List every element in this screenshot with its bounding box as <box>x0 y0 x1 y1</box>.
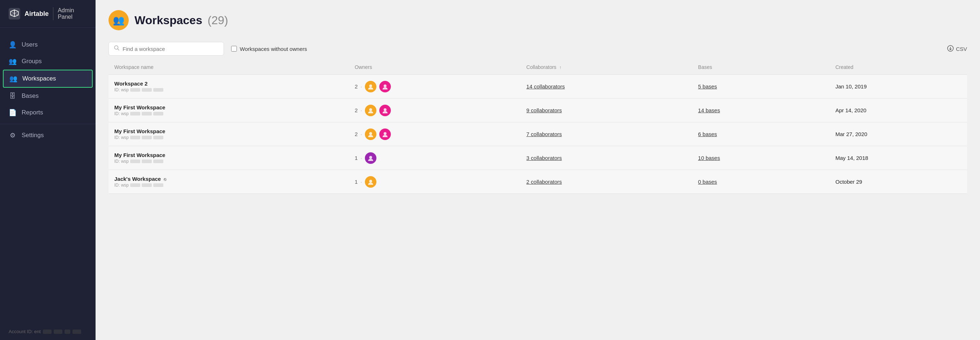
collaborators-cell[interactable]: 3 collaborators <box>521 146 692 170</box>
airtable-logo <box>9 7 20 20</box>
workspace-name-text[interactable]: My First Workspace <box>114 104 343 110</box>
avatar <box>379 81 391 93</box>
owners-cell: 1 · <box>349 170 521 194</box>
collaborators-link[interactable]: 3 collaborators <box>527 155 562 161</box>
bases-cell[interactable]: 10 bases <box>692 146 830 170</box>
table-header-row: Workspace name Owners Collaborators ↑ Ba… <box>108 60 967 75</box>
collaborators-cell[interactable]: 7 collaborators <box>521 122 692 146</box>
sidebar-item-label: Bases <box>22 93 38 100</box>
main-content: 👥 Workspaces (29) Workspaces without own… <box>95 0 980 340</box>
page-title-text: Workspaces <box>135 14 202 27</box>
collaborators-cell[interactable]: 2 collaborators <box>521 170 692 194</box>
page-header: 👥 Workspaces (29) <box>95 0 980 38</box>
avatar <box>379 105 391 116</box>
account-id-value2 <box>54 330 62 334</box>
owner-count: 1 <box>355 155 358 161</box>
workspace-name-text[interactable]: My First Workspace <box>114 152 343 158</box>
id-blur-3 <box>153 88 163 92</box>
owner-count: 1 <box>355 179 358 185</box>
sidebar-item-reports[interactable]: 📄 Reports <box>0 104 95 121</box>
bases-cell[interactable]: 14 bases <box>692 99 830 122</box>
csv-icon <box>947 45 954 53</box>
created-cell: Apr 14, 2020 <box>830 99 967 122</box>
bases-icon: 🗄 <box>9 92 17 100</box>
id-blur-2 <box>142 184 152 187</box>
avatar <box>365 81 376 93</box>
workspace-name-cell: Jack's Workspace ⎋ ID: wsp <box>108 170 349 194</box>
col-header-owners: Owners <box>349 60 521 75</box>
created-cell: Jan 10, 2019 <box>830 75 967 99</box>
admin-panel-label: Admin Panel <box>53 7 87 20</box>
account-id: Account ID: ent <box>0 323 95 340</box>
bases-cell[interactable]: 5 bases <box>692 75 830 99</box>
workspace-name-text[interactable]: Jack's Workspace ⎋ <box>114 176 343 182</box>
id-blur-1 <box>130 184 140 187</box>
col-header-collaborators[interactable]: Collaborators ↑ <box>521 60 692 75</box>
bases-link[interactable]: 5 bases <box>698 83 717 89</box>
id-blur-3 <box>153 160 163 163</box>
col-header-bases: Bases <box>692 60 830 75</box>
owners-count-cell: 2 · <box>355 105 515 116</box>
owner-count: 2 <box>355 107 358 113</box>
bases-link[interactable]: 14 bases <box>698 107 720 113</box>
workspace-name-text[interactable]: Workspace 2 <box>114 80 343 87</box>
svg-point-13 <box>369 132 372 135</box>
id-blur-1 <box>130 160 140 163</box>
owners-count-cell: 1 · <box>355 176 515 188</box>
owner-count: 2 <box>355 83 358 89</box>
workspace-id: ID: wsp <box>114 87 343 93</box>
workspaces-icon: 👥 <box>10 75 17 83</box>
toolbar: Workspaces without owners CSV <box>95 38 980 60</box>
search-input[interactable] <box>123 46 218 52</box>
page-icon: 👥 <box>108 10 129 30</box>
workspace-name-text[interactable]: My First Workspace <box>114 128 343 134</box>
page-icon-emoji: 👥 <box>113 15 124 26</box>
sidebar-item-users[interactable]: 👤 Users <box>0 37 95 53</box>
sidebar-item-label: Groups <box>22 58 42 65</box>
sidebar-item-label: Users <box>22 41 38 48</box>
id-prefix: ID: wsp <box>114 159 129 164</box>
owners-cell: 2 · <box>349 122 521 146</box>
workspace-name-cell: My First Workspace ID: wsp <box>108 122 349 146</box>
owners-count-cell: 2 · <box>355 81 515 93</box>
collaborators-cell[interactable]: 9 collaborators <box>521 99 692 122</box>
bases-link[interactable]: 6 bases <box>698 131 717 137</box>
collaborators-link[interactable]: 14 collaborators <box>527 83 565 89</box>
bases-link[interactable]: 0 bases <box>698 179 717 185</box>
id-blur-1 <box>130 88 140 92</box>
filter-checkbox[interactable] <box>231 46 237 52</box>
bases-link[interactable]: 10 bases <box>698 155 720 161</box>
csv-button[interactable]: CSV <box>947 45 967 53</box>
bases-cell[interactable]: 6 bases <box>692 122 830 146</box>
owners-count-cell: 1 · <box>355 152 515 164</box>
page-title-count: (29) <box>208 14 228 27</box>
owner-count: 2 <box>355 131 358 137</box>
id-blur-1 <box>130 136 140 139</box>
created-cell: Mar 27, 2020 <box>830 122 967 146</box>
svg-point-14 <box>383 132 387 135</box>
svg-point-16 <box>369 180 372 183</box>
logo-text: Airtable <box>24 10 49 18</box>
sidebar-item-settings[interactable]: ⚙ Settings <box>0 127 95 144</box>
created-cell: May 14, 2018 <box>830 146 967 170</box>
account-id-label: Account ID: ent <box>9 329 41 334</box>
collaborators-link[interactable]: 9 collaborators <box>527 107 562 113</box>
sidebar-divider <box>0 124 95 124</box>
id-blur-3 <box>153 136 163 139</box>
workspace-id: ID: wsp <box>114 111 343 116</box>
sidebar-item-groups[interactable]: 👥 Groups <box>0 53 95 70</box>
filter-checkbox-label[interactable]: Workspaces without owners <box>231 46 307 52</box>
owners-cell: 2 · <box>349 75 521 99</box>
id-blur-3 <box>153 184 163 187</box>
sidebar-item-workspaces[interactable]: 👥 Workspaces <box>3 70 93 88</box>
sidebar-item-bases[interactable]: 🗄 Bases <box>0 88 95 104</box>
id-prefix: ID: wsp <box>114 183 129 188</box>
groups-icon: 👥 <box>9 57 17 65</box>
workspace-id: ID: wsp <box>114 183 343 188</box>
collaborators-cell[interactable]: 14 collaborators <box>521 75 692 99</box>
collaborators-link[interactable]: 2 collaborators <box>527 179 562 185</box>
search-box[interactable] <box>108 42 224 56</box>
bases-cell[interactable]: 0 bases <box>692 170 830 194</box>
id-prefix: ID: wsp <box>114 135 129 140</box>
collaborators-link[interactable]: 7 collaborators <box>527 131 562 137</box>
